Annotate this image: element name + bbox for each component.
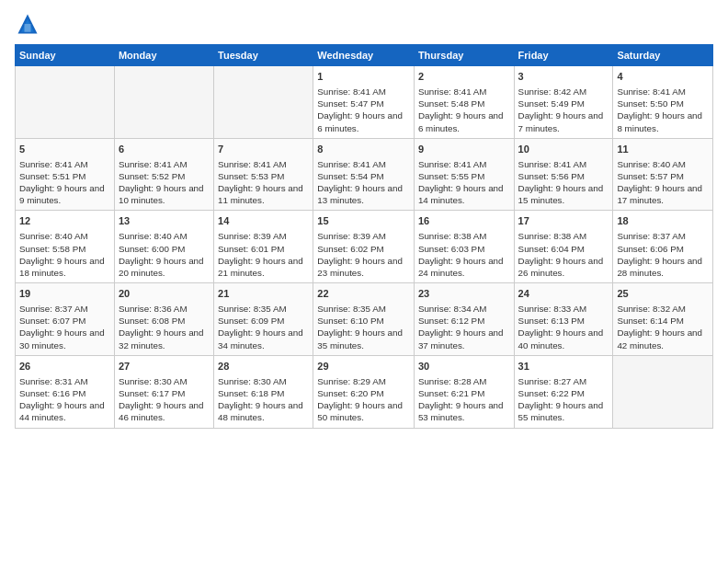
day-number: 21: [218, 287, 309, 301]
calendar-cell: 28Sunrise: 8:30 AMSunset: 6:18 PMDayligh…: [214, 355, 313, 428]
day-info: Sunrise: 8:29 AMSunset: 6:20 PMDaylight:…: [317, 375, 410, 424]
calendar-cell: 23Sunrise: 8:34 AMSunset: 6:12 PMDayligh…: [414, 283, 514, 356]
calendar-cell: 14Sunrise: 8:39 AMSunset: 6:01 PMDayligh…: [214, 211, 313, 283]
day-number: 8: [317, 143, 410, 156]
calendar-week-3: 12Sunrise: 8:40 AMSunset: 5:58 PMDayligh…: [16, 211, 713, 283]
calendar-cell: 9Sunrise: 8:41 AMSunset: 5:55 PMDaylight…: [414, 138, 514, 211]
calendar-cell: 3Sunrise: 8:42 AMSunset: 5:49 PMDaylight…: [514, 66, 613, 139]
calendar-cell: [114, 66, 213, 139]
day-number: 11: [617, 143, 709, 156]
day-info: Sunrise: 8:28 AMSunset: 6:21 PMDaylight:…: [418, 375, 510, 424]
day-info: Sunrise: 8:31 AMSunset: 6:16 PMDaylight:…: [19, 375, 110, 424]
day-number: 22: [317, 287, 410, 301]
calendar-table: SundayMondayTuesdayWednesdayThursdayFrid…: [15, 44, 713, 429]
day-info: Sunrise: 8:35 AMSunset: 6:09 PMDaylight:…: [218, 303, 309, 351]
day-number: 23: [418, 287, 510, 301]
day-info: Sunrise: 8:39 AMSunset: 6:02 PMDaylight:…: [317, 230, 410, 279]
calendar-week-1: 1Sunrise: 8:41 AMSunset: 5:47 PMDaylight…: [16, 66, 713, 139]
calendar-cell: 6Sunrise: 8:41 AMSunset: 5:52 PMDaylight…: [114, 138, 213, 211]
calendar-cell: 12Sunrise: 8:40 AMSunset: 5:58 PMDayligh…: [16, 211, 115, 283]
calendar-cell: 11Sunrise: 8:40 AMSunset: 5:57 PMDayligh…: [613, 138, 713, 211]
day-info: Sunrise: 8:41 AMSunset: 5:55 PMDaylight:…: [418, 158, 510, 207]
day-number: 3: [518, 70, 609, 84]
day-number: 18: [617, 214, 709, 228]
day-number: 5: [19, 143, 110, 156]
calendar-cell: 17Sunrise: 8:38 AMSunset: 6:04 PMDayligh…: [514, 211, 613, 283]
day-info: Sunrise: 8:33 AMSunset: 6:13 PMDaylight:…: [518, 303, 609, 351]
calendar-cell: 20Sunrise: 8:36 AMSunset: 6:08 PMDayligh…: [114, 283, 213, 356]
weekday-header-wednesday: Wednesday: [313, 45, 415, 66]
header: [15, 11, 713, 37]
day-info: Sunrise: 8:40 AMSunset: 5:58 PMDaylight:…: [19, 230, 110, 279]
day-info: Sunrise: 8:41 AMSunset: 5:53 PMDaylight:…: [218, 158, 309, 207]
day-number: 28: [218, 360, 309, 373]
day-info: Sunrise: 8:32 AMSunset: 6:14 PMDaylight:…: [617, 303, 709, 351]
day-info: Sunrise: 8:35 AMSunset: 6:10 PMDaylight:…: [317, 303, 410, 351]
day-info: Sunrise: 8:36 AMSunset: 6:08 PMDaylight:…: [119, 303, 210, 351]
day-info: Sunrise: 8:39 AMSunset: 6:01 PMDaylight:…: [218, 230, 309, 279]
calendar-cell: 24Sunrise: 8:33 AMSunset: 6:13 PMDayligh…: [514, 283, 613, 356]
day-info: Sunrise: 8:37 AMSunset: 6:06 PMDaylight:…: [617, 230, 709, 279]
day-number: 20: [119, 287, 210, 301]
day-info: Sunrise: 8:41 AMSunset: 5:47 PMDaylight:…: [317, 86, 410, 134]
calendar-cell: 19Sunrise: 8:37 AMSunset: 6:07 PMDayligh…: [16, 283, 115, 356]
day-number: 16: [418, 214, 510, 228]
calendar-cell: 4Sunrise: 8:41 AMSunset: 5:50 PMDaylight…: [613, 66, 713, 139]
day-info: Sunrise: 8:40 AMSunset: 6:00 PMDaylight:…: [119, 230, 210, 279]
calendar-week-4: 19Sunrise: 8:37 AMSunset: 6:07 PMDayligh…: [16, 283, 713, 356]
day-info: Sunrise: 8:41 AMSunset: 5:50 PMDaylight:…: [617, 86, 709, 134]
day-info: Sunrise: 8:27 AMSunset: 6:22 PMDaylight:…: [518, 375, 609, 424]
day-info: Sunrise: 8:30 AMSunset: 6:18 PMDaylight:…: [218, 375, 309, 424]
day-number: 24: [518, 287, 609, 301]
day-info: Sunrise: 8:30 AMSunset: 6:17 PMDaylight:…: [119, 375, 210, 424]
weekday-row: SundayMondayTuesdayWednesdayThursdayFrid…: [16, 45, 713, 66]
calendar-cell: 5Sunrise: 8:41 AMSunset: 5:51 PMDaylight…: [16, 138, 115, 211]
day-number: 1: [317, 70, 410, 84]
day-number: 30: [418, 360, 510, 373]
day-number: 31: [518, 360, 609, 373]
calendar-cell: 21Sunrise: 8:35 AMSunset: 6:09 PMDayligh…: [214, 283, 313, 356]
calendar-cell: 27Sunrise: 8:30 AMSunset: 6:17 PMDayligh…: [114, 355, 213, 428]
page-container: SundayMondayTuesdayWednesdayThursdayFrid…: [0, 0, 728, 436]
day-info: Sunrise: 8:41 AMSunset: 5:56 PMDaylight:…: [518, 158, 609, 207]
day-number: 15: [317, 214, 410, 228]
calendar-cell: 25Sunrise: 8:32 AMSunset: 6:14 PMDayligh…: [613, 283, 713, 356]
day-number: 17: [518, 214, 609, 228]
day-number: 7: [218, 143, 309, 156]
calendar-cell: 10Sunrise: 8:41 AMSunset: 5:56 PMDayligh…: [514, 138, 613, 211]
calendar-cell: 2Sunrise: 8:41 AMSunset: 5:48 PMDaylight…: [414, 66, 514, 139]
weekday-header-tuesday: Tuesday: [214, 45, 313, 66]
weekday-header-saturday: Saturday: [613, 45, 713, 66]
calendar-cell: [613, 355, 713, 428]
day-number: 27: [119, 360, 210, 373]
calendar-cell: [16, 66, 115, 139]
day-info: Sunrise: 8:41 AMSunset: 5:51 PMDaylight:…: [19, 158, 110, 207]
calendar-week-2: 5Sunrise: 8:41 AMSunset: 5:51 PMDaylight…: [16, 138, 713, 211]
day-number: 29: [317, 360, 410, 373]
day-number: 10: [518, 143, 609, 156]
day-info: Sunrise: 8:42 AMSunset: 5:49 PMDaylight:…: [518, 86, 609, 134]
day-number: 9: [418, 143, 510, 156]
day-number: 6: [119, 143, 210, 156]
day-info: Sunrise: 8:37 AMSunset: 6:07 PMDaylight:…: [19, 303, 110, 351]
day-number: 12: [19, 214, 110, 228]
calendar-cell: 26Sunrise: 8:31 AMSunset: 6:16 PMDayligh…: [16, 355, 115, 428]
calendar-body: 1Sunrise: 8:41 AMSunset: 5:47 PMDaylight…: [16, 66, 713, 429]
svg-rect-2: [25, 24, 31, 32]
calendar-cell: 8Sunrise: 8:41 AMSunset: 5:54 PMDaylight…: [313, 138, 415, 211]
weekday-header-monday: Monday: [114, 45, 213, 66]
weekday-header-sunday: Sunday: [16, 45, 115, 66]
day-info: Sunrise: 8:41 AMSunset: 5:48 PMDaylight:…: [418, 86, 510, 134]
calendar-cell: 30Sunrise: 8:28 AMSunset: 6:21 PMDayligh…: [414, 355, 514, 428]
calendar-cell: 18Sunrise: 8:37 AMSunset: 6:06 PMDayligh…: [613, 211, 713, 283]
logo-icon: [15, 11, 40, 37]
day-number: 14: [218, 214, 309, 228]
day-info: Sunrise: 8:41 AMSunset: 5:54 PMDaylight:…: [317, 158, 410, 207]
calendar-cell: 15Sunrise: 8:39 AMSunset: 6:02 PMDayligh…: [313, 211, 415, 283]
day-number: 25: [617, 287, 709, 301]
calendar-cell: 13Sunrise: 8:40 AMSunset: 6:00 PMDayligh…: [114, 211, 213, 283]
day-info: Sunrise: 8:38 AMSunset: 6:03 PMDaylight:…: [418, 230, 510, 279]
day-info: Sunrise: 8:38 AMSunset: 6:04 PMDaylight:…: [518, 230, 609, 279]
calendar-cell: 22Sunrise: 8:35 AMSunset: 6:10 PMDayligh…: [313, 283, 415, 356]
day-number: 4: [617, 70, 709, 84]
